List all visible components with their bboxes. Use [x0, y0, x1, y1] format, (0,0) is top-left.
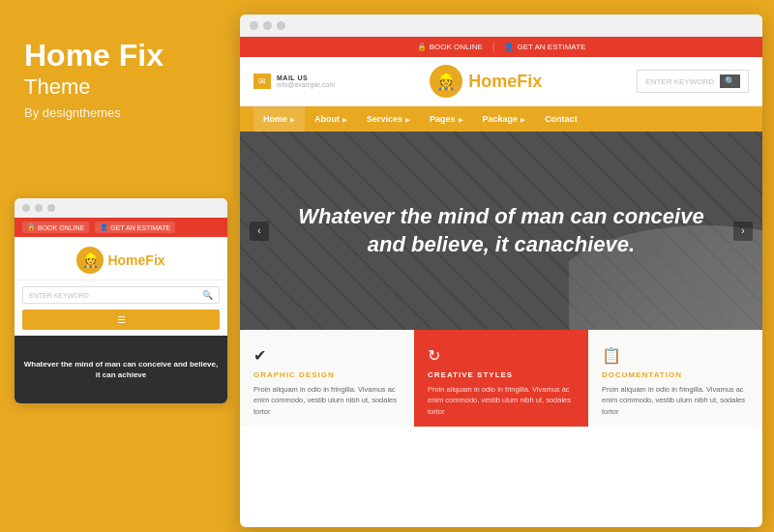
rb-feature-cards: ✔ GRAPHIC DESIGN Proin aliquam in odio i… — [240, 330, 762, 427]
nav-item-about[interactable]: About ▶ — [305, 106, 357, 132]
nav-item-package[interactable]: Package ▶ — [473, 106, 536, 132]
nav-item-pages[interactable]: Pages ▶ — [420, 106, 473, 132]
sb-logo: 👷 HomeFix — [76, 247, 164, 274]
rb-hero-section: Whatever the mind of man can conceive an… — [240, 132, 762, 330]
app-author: By designthemes — [24, 105, 213, 120]
sb-hero-section: Whatever the mind of man can conceive an… — [15, 336, 227, 403]
sb-dot-1 — [22, 204, 30, 212]
rb-dot-3 — [277, 21, 285, 30]
rb-book-online-btn: 🔒 BOOK ONLINE — [417, 43, 483, 51]
nav-item-contact[interactable]: Contact — [535, 106, 587, 132]
rb-mail-address: info@example.com — [277, 81, 335, 88]
rb-user-icon: 👤 — [504, 43, 514, 51]
rb-logo-icon: 👷 — [430, 65, 462, 98]
rb-topbar-divider: | — [492, 42, 495, 52]
sb-book-online-btn: 🔒 BOOK ONLINE — [22, 222, 89, 233]
sb-dot-3 — [47, 204, 55, 212]
rb-header: ✉ MAIL US info@example.com 👷 HomeFix ENT… — [240, 57, 762, 106]
rb-hero-next-button[interactable]: › — [733, 222, 753, 241]
rb-creative-styles-icon: ↻ — [428, 346, 575, 365]
rb-search-box[interactable]: ENTER KEYWORD 🔍 — [637, 70, 749, 93]
sb-book-icon: 🔒 — [27, 223, 36, 231]
rb-search-placeholder: ENTER KEYWORD — [645, 77, 714, 86]
rb-mail-section: ✉ MAIL US info@example.com — [253, 74, 335, 89]
sb-estimate-btn: 👤 GET AN ESTIMATE — [95, 222, 175, 233]
rb-logo: 👷 HomeFix — [430, 65, 542, 98]
small-browser-mockup: 🔒 BOOK ONLINE 👤 GET AN ESTIMATE 👷 HomeFi… — [15, 198, 227, 403]
sb-titlebar — [15, 198, 227, 218]
rb-search-button[interactable]: 🔍 — [720, 74, 740, 88]
right-browser-mockup: 🔒 BOOK ONLINE | 👤 GET AN ESTIMATE ✉ MAIL… — [240, 15, 762, 527]
rb-hero-text: Whatever the mind of man can conceive an… — [298, 203, 704, 258]
rb-mail-label: MAIL US — [277, 74, 335, 81]
rb-topbar: 🔒 BOOK ONLINE | 👤 GET AN ESTIMATE — [240, 37, 762, 57]
sb-logo-icon: 👷 — [76, 247, 104, 274]
rb-graphic-design-body: Proin aliquam in odio in fringilla. Viva… — [253, 384, 401, 417]
rb-estimate-btn: 👤 GET AN ESTIMATE — [504, 43, 585, 51]
sb-header: 👷 HomeFix — [15, 237, 227, 281]
rb-mail-info: MAIL US info@example.com — [277, 74, 335, 88]
sb-estimate-icon: 👤 — [100, 223, 108, 231]
rb-dot-1 — [250, 21, 258, 30]
nav-arrow-pages: ▶ — [459, 116, 463, 123]
nav-item-home[interactable]: Home ▶ — [253, 106, 305, 132]
rb-navigation: Home ▶ About ▶ Services ▶ Pages ▶ Packag… — [240, 106, 762, 132]
sb-dot-2 — [35, 204, 43, 212]
nav-arrow-package: ▶ — [521, 116, 525, 123]
rb-creative-styles-body: Proin aliquam in odio in fringilla. Viva… — [428, 384, 575, 417]
rb-card-documentation: 📋 DOCUMENTATION Proin aliquam in odio in… — [588, 330, 762, 427]
sb-search-placeholder: ENTER KEYWORD — [29, 292, 89, 299]
rb-graphic-design-icon: ✔ — [253, 346, 401, 365]
rb-hero-prev-button[interactable]: ‹ — [250, 222, 269, 241]
rb-mail-icon: ✉ — [253, 74, 271, 89]
rb-graphic-design-title: GRAPHIC DESIGN — [253, 370, 401, 379]
rb-documentation-title: DOCUMENTATION — [602, 370, 749, 379]
sb-hamburger-button[interactable]: ☰ — [22, 310, 220, 330]
sb-search-icon: 🔍 — [202, 290, 213, 300]
sb-search-box[interactable]: ENTER KEYWORD 🔍 — [22, 286, 220, 304]
rb-logo-text: HomeFix — [468, 72, 542, 92]
rb-lock-icon: 🔒 — [417, 43, 427, 51]
nav-arrow-home: ▶ — [290, 116, 295, 123]
rb-documentation-body: Proin aliquam in odio in fringilla. Viva… — [602, 384, 749, 417]
sb-hero-text: Whatever the mind of man can conceive an… — [22, 359, 220, 380]
rb-dot-2 — [263, 21, 272, 30]
nav-item-services[interactable]: Services ▶ — [357, 106, 420, 132]
rb-creative-styles-title: CREATIVE STYLES — [428, 370, 575, 379]
app-subtitle: Theme — [24, 74, 213, 100]
rb-documentation-icon: 📋 — [602, 346, 749, 365]
nav-arrow-services: ▶ — [405, 116, 410, 123]
sb-topbar: 🔒 BOOK ONLINE 👤 GET AN ESTIMATE — [15, 218, 227, 237]
nav-arrow-about: ▶ — [342, 116, 347, 123]
rb-titlebar — [240, 15, 762, 37]
left-panel: Home Fix Theme By designthemes 🔒 BOOK ON… — [0, 0, 237, 532]
rb-card-graphic-design: ✔ GRAPHIC DESIGN Proin aliquam in odio i… — [240, 330, 414, 427]
rb-card-creative-styles: ↻ CREATIVE STYLES Proin aliquam in odio … — [414, 330, 588, 427]
app-title: Home Fix — [24, 39, 213, 73]
sb-logo-text: HomeFix — [107, 252, 164, 268]
